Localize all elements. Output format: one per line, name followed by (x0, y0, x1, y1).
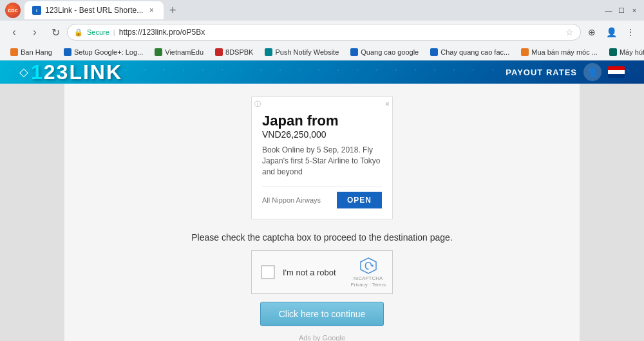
secure-icon: 🔒 (74, 28, 83, 37)
captcha-instruction: Please check the captcha box to proceed … (191, 232, 453, 243)
content-area: ⓘ × Japan from VND26,250,000 Book Online… (64, 84, 580, 341)
bookmarks-bar: Ban Hang Setup Google+: Log... VietnamEd… (0, 44, 644, 60)
bookmark-item[interactable]: Push Notify Website (260, 47, 344, 57)
refresh-button[interactable]: ↻ (46, 23, 64, 41)
bookmark-item[interactable]: Setup Google+: Log... (59, 47, 148, 57)
bookmark-item[interactable]: 8DSPBK (210, 47, 258, 57)
bookmark-item[interactable]: Chay quang cao fac... (425, 47, 515, 57)
browser-logo: coc (5, 3, 21, 18)
tab-close-btn[interactable]: × (147, 6, 156, 15)
logo-diamond-icon: ◇ (19, 65, 28, 79)
captcha-widget[interactable]: I'm not a robot reCAPTCHAPrivacy · Terms (251, 250, 393, 294)
minimize-button[interactable]: — (604, 6, 613, 15)
nav-action-icons: ⊕ 👤 ⋮ (583, 24, 639, 41)
back-button[interactable]: ‹ (5, 23, 23, 41)
ad-description: Book Online by 5 Sep, 2018. Fly Japan's … (262, 145, 382, 177)
tab-bar: i 123Link - Best URL Shorte... × + (24, 1, 600, 19)
bookmark-favicon (350, 48, 358, 56)
bookmark-item[interactable]: Ban Hang (5, 47, 57, 57)
bookmark-favicon (155, 48, 162, 56)
recaptcha-logo-area: reCAPTCHAPrivacy · Terms (350, 256, 386, 288)
title-bar: coc i 123Link - Best URL Shorte... × + —… (0, 0, 644, 21)
captcha-text-label: I'm not a robot (283, 268, 336, 277)
captcha-section: Please check the captcha box to proceed … (191, 232, 453, 341)
user-icon[interactable]: 👤 (583, 63, 601, 81)
main-content: ◇ 123LINK PAYOUT RATES 👤 ⓘ (0, 60, 644, 341)
ad-title: Japan from (262, 113, 382, 129)
bookmark-item[interactable]: Máy hút bui-Máy hú... (604, 47, 644, 57)
user-profile-icon[interactable]: 👤 (603, 24, 620, 41)
continue-button[interactable]: Click here to continue (260, 302, 384, 326)
window-controls: — ☐ × (604, 6, 639, 15)
captcha-checkbox[interactable] (261, 265, 275, 279)
payout-rates-button[interactable]: PAYOUT RATES (506, 68, 577, 77)
forward-button[interactable]: › (26, 23, 44, 41)
bookmark-star-icon[interactable]: ☆ (565, 27, 574, 37)
bookmark-favicon (521, 48, 529, 56)
advertisement-box: ⓘ × Japan from VND26,250,000 Book Online… (251, 97, 393, 219)
bookmark-favicon (215, 48, 223, 56)
extensions-icon[interactable]: ⊕ (583, 24, 600, 41)
ad-footer: All Nippon Airways OPEN (262, 186, 382, 208)
logo-area: ◇ 123LINK (19, 60, 122, 84)
tab-favicon: i (32, 6, 41, 15)
ad-open-button[interactable]: OPEN (337, 192, 382, 208)
bookmark-favicon (265, 48, 272, 56)
bookmark-item[interactable]: Mua bán máy móc ... (516, 47, 603, 57)
language-flag[interactable] (608, 66, 625, 78)
ad-close-button[interactable]: × (385, 100, 390, 109)
page-wrapper: ◇ 123LINK PAYOUT RATES 👤 ⓘ (0, 60, 644, 341)
secure-label: Secure (87, 28, 109, 36)
active-tab[interactable]: i 123Link - Best URL Shorte... × (24, 1, 164, 19)
ad-subtitle: VND26,250,000 (262, 129, 382, 140)
address-bar[interactable]: 🔒 Secure | https://123link.pro/oP5Bx ☆ (67, 24, 581, 41)
recaptcha-brand-text: reCAPTCHAPrivacy · Terms (350, 275, 386, 288)
bookmark-favicon (64, 48, 71, 56)
ad-brand: All Nippon Airways (262, 196, 321, 204)
recaptcha-icon (359, 256, 378, 275)
new-tab-button[interactable]: + (164, 1, 182, 19)
bookmark-favicon (430, 48, 438, 56)
bookmark-item[interactable]: Quang cao google (345, 47, 424, 57)
maximize-button[interactable]: ☐ (617, 6, 626, 15)
bookmark-item[interactable]: VietnamEdu (149, 47, 209, 57)
ads-by-google-label: Ads by Google (299, 334, 345, 341)
ad-info-icon[interactable]: ⓘ (254, 100, 261, 109)
site-logo: 123LINK (31, 60, 122, 84)
navigation-bar: ‹ › ↻ 🔒 Secure | https://123link.pro/oP5… (0, 21, 644, 44)
close-window-button[interactable]: × (630, 6, 639, 15)
bookmark-favicon (609, 48, 617, 56)
header-right: PAYOUT RATES 👤 (506, 63, 625, 81)
settings-icon[interactable]: ⋮ (622, 24, 639, 41)
tab-label: 123Link - Best URL Shorte... (45, 6, 143, 15)
bookmark-favicon (10, 48, 18, 56)
url-text: https://123link.pro/oP5Bx (119, 28, 562, 37)
logo-text-short: coc (8, 7, 18, 14)
site-header: ◇ 123LINK PAYOUT RATES 👤 (0, 60, 644, 84)
